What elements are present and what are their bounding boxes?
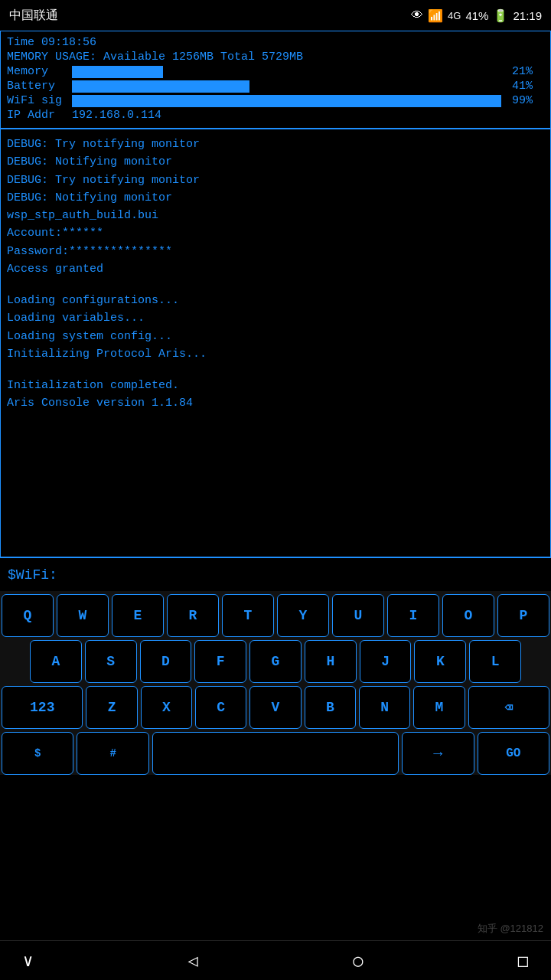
console-line: Aris Console version 1.1.84: [7, 394, 544, 412]
keyboard: QWERTYUIOP ASDFGHJKL 123ZXCVBNM⌫ $#→GO: [0, 591, 551, 775]
console-panel: DEBUG: Try notifying monitorDEBUG: Notif…: [0, 129, 551, 557]
back-nav-icon[interactable]: ◁: [188, 951, 198, 970]
battery-label: Battery: [7, 80, 72, 93]
console-line: Initializing Protocol Aris...: [7, 345, 544, 363]
memory-pct: 21%: [512, 65, 544, 78]
key-a[interactable]: A: [30, 640, 82, 683]
key-space[interactable]: [152, 732, 399, 775]
key-m[interactable]: M: [413, 686, 465, 729]
memory-label: Memory: [7, 65, 72, 78]
key-o[interactable]: O: [442, 594, 494, 637]
nav-bar: ∨ ◁ ○ □: [0, 940, 551, 980]
key-arrow[interactable]: →: [402, 732, 474, 775]
battery-pct: 41%: [465, 9, 488, 22]
key-c[interactable]: C: [195, 686, 246, 729]
keyboard-row-3: 123ZXCVBNM⌫: [2, 686, 549, 729]
key-q[interactable]: Q: [2, 594, 54, 637]
key-f[interactable]: F: [194, 640, 246, 683]
memory-bar-container: [72, 66, 506, 78]
key-y[interactable]: Y: [277, 594, 329, 637]
key-dollar[interactable]: $: [2, 732, 73, 775]
key-123[interactable]: 123: [2, 686, 83, 729]
keyboard-row-1: QWERTYUIOP: [2, 594, 549, 637]
console-line: wsp_stp_auth_build.bui: [7, 207, 544, 224]
wifi-pct: 99%: [512, 94, 544, 107]
key-p[interactable]: P: [497, 594, 549, 637]
watermark: 知乎 @121812: [478, 922, 543, 936]
eye-icon: 👁: [411, 8, 423, 22]
console-line: Initialization completed.: [7, 377, 544, 394]
input-row[interactable]: $WiFi:: [0, 557, 551, 591]
key-e[interactable]: E: [112, 594, 164, 637]
mem-usage-row: MEMORY USAGE: Available 1256MB Total 572…: [7, 51, 544, 64]
wifi-icon: 📶: [428, 8, 443, 23]
key-backspace[interactable]: ⌫: [468, 686, 549, 729]
status-bar: 中国联通 👁 📶 4G 41% 🔋 21:19: [0, 0, 551, 31]
key-hash[interactable]: #: [77, 732, 148, 775]
console-line: DEBUG: Try notifying monitor: [7, 136, 544, 153]
battery-bar-container: [72, 80, 506, 93]
key-x[interactable]: X: [141, 686, 192, 729]
key-b[interactable]: B: [305, 686, 356, 729]
key-d[interactable]: D: [140, 640, 192, 683]
info-panel: Time 09:18:56 MEMORY USAGE: Available 12…: [0, 31, 551, 129]
key-n[interactable]: N: [359, 686, 410, 729]
key-s[interactable]: S: [85, 640, 137, 683]
console-line: Access granted: [7, 260, 544, 278]
home-nav-icon[interactable]: ○: [353, 951, 363, 970]
wifi-row: WiFi sig 99%: [7, 94, 544, 107]
console-line: [7, 363, 544, 377]
ip-label: IP Addr: [7, 109, 72, 122]
key-j[interactable]: J: [360, 640, 412, 683]
console-line: Loading variables...: [7, 309, 544, 327]
console-line: Password:***************: [7, 243, 544, 260]
console-line: Loading system config...: [7, 328, 544, 345]
keyboard-row-4: $#→GO: [2, 732, 549, 775]
console-line: DEBUG: Notifying monitor: [7, 153, 544, 171]
console-line: Loading configurations...: [7, 292, 544, 309]
ip-row: IP Addr 192.168.0.114: [7, 109, 544, 122]
key-t[interactable]: T: [222, 594, 274, 637]
key-h[interactable]: H: [305, 640, 357, 683]
key-l[interactable]: L: [469, 640, 521, 683]
mem-usage-text: MEMORY USAGE: Available 1256MB Total 572…: [7, 51, 303, 64]
wifi-bar-fill: [72, 95, 501, 107]
key-z[interactable]: Z: [86, 686, 137, 729]
key-v[interactable]: V: [249, 686, 301, 729]
battery-bar-fill: [72, 80, 249, 93]
key-go[interactable]: GO: [478, 732, 549, 775]
keyboard-row-2: ASDFGHJKL: [2, 640, 549, 683]
key-i[interactable]: I: [387, 594, 439, 637]
key-g[interactable]: G: [249, 640, 302, 683]
memory-bar-fill: [72, 66, 163, 78]
collapse-nav-icon[interactable]: ∨: [23, 951, 33, 970]
key-k[interactable]: K: [414, 640, 466, 683]
key-r[interactable]: R: [167, 594, 219, 637]
console-line: [7, 278, 544, 292]
battery-icon: 🔋: [493, 8, 508, 23]
key-w[interactable]: W: [57, 594, 109, 637]
battery-pct: 41%: [512, 80, 544, 93]
recent-nav-icon[interactable]: □: [518, 951, 528, 970]
console-line: DEBUG: Notifying monitor: [7, 189, 544, 207]
time-value: Time 09:18:56: [7, 36, 96, 49]
console-line: Account:******: [7, 224, 544, 242]
wifi-label: WiFi sig: [7, 94, 72, 107]
console-line: DEBUG: Try notifying monitor: [7, 172, 544, 189]
status-right: 👁 📶 4G 41% 🔋 21:19: [411, 8, 542, 23]
carrier-label: 中国联通: [9, 8, 58, 24]
battery-row: Battery 41%: [7, 80, 544, 93]
clock: 21:19: [513, 9, 542, 22]
wifi-bar-container: [72, 95, 506, 107]
memory-row: Memory 21%: [7, 65, 544, 78]
time-row: Time 09:18:56: [7, 36, 544, 49]
key-u[interactable]: U: [332, 594, 384, 637]
signal-icon: 4G: [448, 10, 461, 21]
input-prompt: $WiFi:: [8, 567, 57, 583]
ip-value: 192.168.0.114: [72, 109, 161, 122]
